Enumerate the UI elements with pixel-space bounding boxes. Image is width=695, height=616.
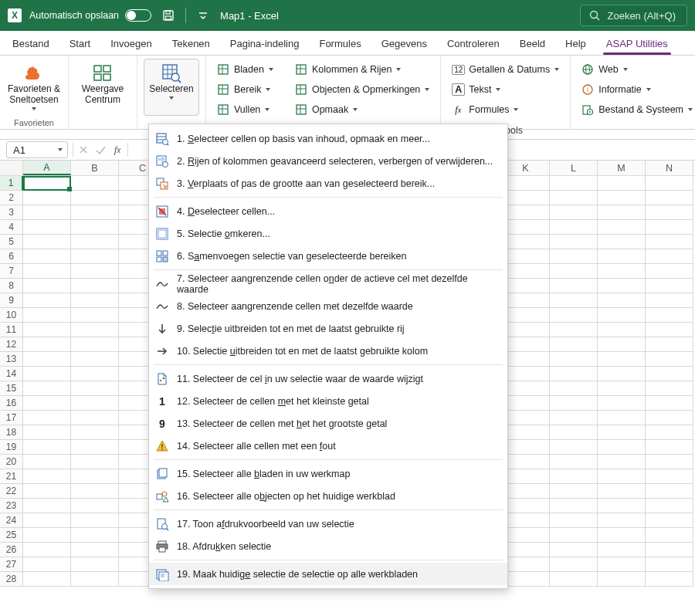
cell[interactable]: [71, 425, 119, 440]
tab-review[interactable]: Controleren: [438, 33, 509, 55]
cell[interactable]: [23, 235, 71, 249]
cell[interactable]: [502, 220, 550, 235]
row-header[interactable]: 28: [0, 572, 23, 587]
cell[interactable]: [598, 235, 646, 249]
cell[interactable]: [23, 279, 71, 293]
cell[interactable]: [646, 455, 693, 469]
cell[interactable]: [71, 176, 119, 191]
cell[interactable]: [646, 367, 693, 381]
ribbon-btn-web[interactable]: Web: [577, 60, 695, 79]
cell[interactable]: [71, 396, 119, 411]
cell[interactable]: [502, 513, 550, 528]
cell[interactable]: [23, 425, 71, 440]
cell[interactable]: [598, 367, 646, 381]
ribbon-btn-formules[interactable]: fxFormules: [447, 100, 564, 119]
cell[interactable]: [598, 293, 646, 308]
menu-item[interactable]: 5. Selectie omkeren...: [149, 222, 507, 245]
ribbon-btn-getdat[interactable]: 12Getallen & Datums: [447, 60, 564, 79]
cell[interactable]: [550, 411, 598, 425]
cell[interactable]: [502, 396, 550, 411]
cell[interactable]: [598, 396, 646, 411]
cell[interactable]: [23, 484, 71, 499]
column-header[interactable]: A: [23, 161, 71, 175]
cell[interactable]: [502, 367, 550, 381]
menu-item[interactable]: 16. Selecteer alle objecten op het huidi…: [149, 485, 507, 507]
cell[interactable]: [23, 352, 71, 367]
cell[interactable]: [502, 176, 550, 191]
insert-function-button[interactable]: fx: [109, 141, 126, 158]
cell[interactable]: [550, 528, 598, 543]
cell[interactable]: [23, 249, 71, 264]
cell[interactable]: [71, 323, 119, 337]
cell[interactable]: [550, 557, 598, 572]
cell[interactable]: [502, 352, 550, 367]
cell[interactable]: [502, 440, 550, 455]
row-header[interactable]: 7: [0, 264, 23, 279]
menu-item[interactable]: 112. Selecteer de cellen met het kleinst…: [149, 390, 507, 412]
tab-home[interactable]: Start: [60, 33, 100, 55]
select-dropdown-button[interactable]: Selecteren: [144, 59, 199, 116]
cell[interactable]: [23, 367, 71, 381]
menu-item[interactable]: 7. Selecteer aangrenzende cellen onder d…: [149, 272, 507, 295]
row-header[interactable]: 4: [0, 220, 23, 235]
row-header[interactable]: 20: [0, 455, 23, 469]
cell[interactable]: [646, 411, 693, 425]
cell[interactable]: [71, 191, 119, 205]
cell[interactable]: [23, 513, 71, 528]
cell[interactable]: [646, 205, 693, 220]
cell[interactable]: [550, 499, 598, 513]
cell[interactable]: [550, 264, 598, 279]
cell[interactable]: [550, 484, 598, 499]
row-header[interactable]: 5: [0, 235, 23, 249]
cell[interactable]: [23, 557, 71, 572]
row-header[interactable]: 16: [0, 396, 23, 411]
cell[interactable]: [598, 572, 646, 587]
tab-file[interactable]: Bestand: [3, 33, 59, 55]
tab-insert[interactable]: Invoegen: [101, 33, 161, 55]
save-button[interactable]: [159, 6, 178, 25]
menu-item[interactable]: 913. Selecteer de cellen met het het gro…: [149, 412, 507, 435]
cell[interactable]: [23, 176, 71, 191]
cell[interactable]: [646, 499, 693, 513]
row-header[interactable]: 21: [0, 469, 23, 484]
row-header[interactable]: 24: [0, 513, 23, 528]
cell[interactable]: [502, 572, 550, 587]
cell[interactable]: [71, 557, 119, 572]
menu-item[interactable]: 15. Selecteer alle bladen in uw werkmap: [149, 462, 507, 485]
row-header[interactable]: 14: [0, 367, 23, 381]
ribbon-btn-objopm[interactable]: Objecten & Opmerkingen: [290, 80, 434, 99]
row-header[interactable]: 17: [0, 411, 23, 425]
cell[interactable]: [550, 293, 598, 308]
menu-item[interactable]: 3. Verplaats of pas de grootte aan van g…: [149, 172, 507, 195]
column-header[interactable]: N: [646, 161, 693, 175]
row-header[interactable]: 18: [0, 425, 23, 440]
cell[interactable]: [502, 264, 550, 279]
row-header[interactable]: 6: [0, 249, 23, 264]
cell[interactable]: [502, 528, 550, 543]
menu-item[interactable]: 11. Selecteer de cel in uw selectie waar…: [149, 367, 507, 390]
cell[interactable]: [502, 557, 550, 572]
cell[interactable]: [71, 440, 119, 455]
cell[interactable]: [598, 264, 646, 279]
cell[interactable]: [502, 191, 550, 205]
cell[interactable]: [502, 543, 550, 557]
cell[interactable]: [550, 337, 598, 352]
menu-item[interactable]: 14. Selecteer alle cellen met een fout: [149, 435, 507, 457]
cell[interactable]: [71, 572, 119, 587]
menu-item[interactable]: 9. Selectie uitbreiden tot en met de laa…: [149, 317, 507, 340]
cell[interactable]: [646, 249, 693, 264]
cell[interactable]: [646, 279, 693, 293]
cell[interactable]: [23, 205, 71, 220]
cell[interactable]: [550, 220, 598, 235]
row-header[interactable]: 1: [0, 176, 23, 191]
cell[interactable]: [23, 572, 71, 587]
cell[interactable]: [646, 513, 693, 528]
cell[interactable]: [646, 293, 693, 308]
cell[interactable]: [598, 191, 646, 205]
cell[interactable]: [646, 264, 693, 279]
cell[interactable]: [550, 323, 598, 337]
cell[interactable]: [646, 543, 693, 557]
cell[interactable]: [550, 425, 598, 440]
tab-draw[interactable]: Tekenen: [163, 33, 219, 55]
cell[interactable]: [71, 499, 119, 513]
